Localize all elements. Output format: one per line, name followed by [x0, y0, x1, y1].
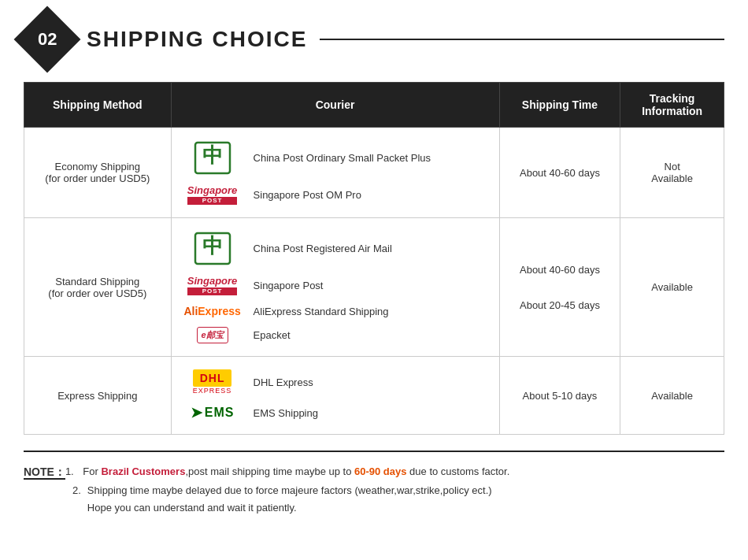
courier-dhl: DHL EXPRESS DHL Express [181, 365, 490, 399]
china-post-logo-2: 中 [181, 231, 244, 266]
page-title: SHIPPING CHOICE [87, 27, 307, 52]
courier-china-post-ordinary: 中 China Post Ordinary Small Packet Plus [181, 135, 490, 180]
standard-courier-cell: 中 China Post Registered Air Mail Singapo… [171, 218, 499, 357]
table-row-express: Express Shipping DHL EXPRESS DHL Express… [24, 357, 724, 435]
express-tracking-cell: Available [620, 357, 724, 435]
note-header-line: NOTE： 1. For Brazil Customers,post mail … [24, 463, 724, 482]
courier-singapore-om-pro: SingaporePOST Singapore Post OM Pro [181, 180, 490, 210]
dhl-name: DHL Express [254, 376, 313, 388]
svg-text:中: 中 [202, 144, 223, 167]
express-time-cell: About 5-10 days [499, 357, 620, 435]
singapore-post-name: Singapore Post [254, 280, 324, 291]
express-courier-cell: DHL EXPRESS DHL Express ➤EMS EMS Shippin… [171, 357, 499, 435]
china-post-registered-name: China Post Registered Air Mail [254, 243, 392, 254]
brazil-highlight: Brazil Customers [101, 465, 185, 477]
china-post-ordinary-name: China Post Ordinary Small Packet Plus [254, 152, 431, 164]
standard-time-1: About 40-60 days [509, 264, 611, 276]
courier-epacket: e邮宝 Epacket [181, 322, 490, 348]
ems-name: EMS Shipping [254, 407, 318, 419]
epacket-name: Epacket [254, 329, 291, 341]
note-2: 2. Shipping time maybe delayed due to fo… [72, 482, 724, 517]
singapore-post-logo-2: SingaporePOST [181, 276, 244, 295]
page-header: 02 SHIPPING CHOICE [24, 16, 724, 63]
courier-singapore-post: SingaporePOST Singapore Post [181, 271, 490, 300]
courier-ems: ➤EMS EMS Shipping [181, 399, 490, 426]
express-method-cell: Express Shipping [24, 357, 172, 435]
svg-text:中: 中 [202, 235, 223, 258]
dhl-logo: DHL EXPRESS [181, 369, 244, 395]
ems-logo: ➤EMS [181, 404, 244, 421]
col-header-method: Shipping Method [24, 83, 172, 128]
china-post-logo: 中 [181, 140, 244, 176]
epacket-logo: e邮宝 [181, 327, 244, 343]
col-header-tracking: TrackingInformation [620, 83, 724, 128]
table-row-standard: Standard Shipping(for order over USD5) 中… [24, 218, 724, 357]
standard-method-cell: Standard Shipping(for order over USD5) [24, 218, 172, 357]
header-divider [320, 39, 724, 40]
note-label: NOTE： [24, 463, 65, 482]
days-highlight: 60-90 days [354, 465, 407, 477]
economy-method-cell: Economy Shipping(for order under USD5) [24, 128, 172, 218]
standard-tracking-cell: Available [620, 218, 724, 357]
col-header-time: Shipping Time [499, 83, 620, 128]
note-1: 1. For Brazil Customers,post mail shippi… [65, 463, 509, 480]
singapore-post-logo-1: SingaporePOST [181, 185, 244, 205]
economy-courier-cell: 中 China Post Ordinary Small Packet Plus … [171, 128, 499, 218]
courier-china-post-registered: 中 China Post Registered Air Mail [181, 226, 490, 271]
col-header-courier: Courier [171, 83, 499, 128]
courier-aliexpress: AliExpress AliExpress Standard Shipping [181, 300, 490, 322]
standard-time-cell: About 40-60 days About 20-45 days [499, 218, 620, 357]
table-header-row: Shipping Method Courier Shipping Time Tr… [24, 83, 724, 128]
economy-time-cell: About 40-60 days [499, 128, 620, 218]
notes-section: NOTE： 1. For Brazil Customers,post mail … [24, 451, 724, 517]
economy-tracking-cell: NotAvailable [620, 128, 724, 218]
standard-time-2: About 20-45 days [509, 299, 611, 311]
section-badge: 02 [14, 6, 81, 73]
singapore-om-pro-name: Singapore Post OM Pro [254, 189, 361, 201]
shipping-table: Shipping Method Courier Shipping Time Tr… [24, 82, 724, 435]
table-row-economy: Economy Shipping(for order under USD5) 中… [24, 128, 724, 218]
aliexpress-logo: AliExpress [181, 305, 244, 317]
aliexpress-name: AliExpress Standard Shipping [254, 306, 389, 317]
